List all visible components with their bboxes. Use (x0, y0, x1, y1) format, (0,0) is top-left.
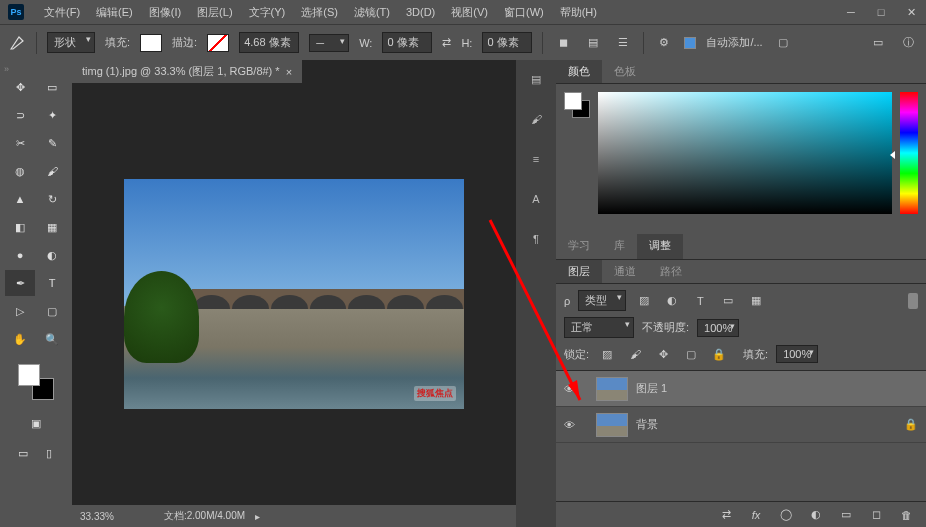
panel-fg-color[interactable] (564, 92, 582, 110)
learn-tab[interactable]: 学习 (556, 234, 602, 259)
move-tool[interactable]: ✥ (5, 74, 35, 100)
zoom-tool[interactable]: 🔍 (37, 326, 67, 352)
auto-add-checkbox[interactable] (684, 37, 696, 49)
menu-image[interactable]: 图像(I) (141, 0, 189, 24)
eyedropper-tool[interactable]: ✎ (37, 130, 67, 156)
rect-marquee-tool[interactable]: ▭ (37, 74, 67, 100)
layer-name[interactable]: 背景 (636, 417, 658, 432)
maximize-icon[interactable]: □ (874, 5, 888, 19)
shape-tool[interactable]: ▢ (37, 298, 67, 324)
lock-transparent-icon[interactable]: ▨ (597, 344, 617, 364)
menu-file[interactable]: 文件(F) (36, 0, 88, 24)
layer-item[interactable]: 👁 图层 1 (556, 371, 926, 407)
tab-close-icon[interactable]: × (286, 66, 292, 78)
adjustments-tab[interactable]: 调整 (637, 234, 683, 259)
layer-thumbnail[interactable] (596, 413, 628, 437)
menu-text[interactable]: 文字(Y) (241, 0, 294, 24)
lock-image-icon[interactable]: 🖌 (625, 344, 645, 364)
pen-tool-icon[interactable] (8, 34, 26, 52)
hue-slider[interactable] (900, 92, 918, 214)
paragraph-panel-icon[interactable]: ¶ (525, 228, 547, 250)
dodge-tool[interactable]: ◐ (37, 242, 67, 268)
blur-tool[interactable]: ● (5, 242, 35, 268)
fill-swatch[interactable] (140, 34, 162, 52)
brush-panel-icon[interactable]: 🖌 (525, 108, 547, 130)
lock-position-icon[interactable]: ✥ (653, 344, 673, 364)
mask-icon[interactable]: ◯ (776, 505, 796, 525)
menu-filter[interactable]: 滤镜(T) (346, 0, 398, 24)
menu-layer[interactable]: 图层(L) (189, 0, 240, 24)
stroke-swatch[interactable] (207, 34, 229, 52)
character-panel-icon[interactable]: A (525, 188, 547, 210)
new-layer-icon[interactable]: ◻ (866, 505, 886, 525)
width-input[interactable]: 0 像素 (382, 32, 432, 53)
group-icon[interactable]: ▭ (836, 505, 856, 525)
layer-filter-dropdown[interactable]: 类型 (578, 290, 626, 311)
blend-mode-dropdown[interactable]: 正常 (564, 317, 634, 338)
text-tool[interactable]: T (37, 270, 67, 296)
shape-mode-dropdown[interactable]: 形状 (47, 32, 95, 53)
menu-select[interactable]: 选择(S) (293, 0, 346, 24)
lock-all-icon[interactable]: 🔒 (709, 344, 729, 364)
screen-mode2-icon[interactable]: ▯ (38, 440, 60, 466)
paths-tab[interactable]: 路径 (648, 260, 694, 283)
brush-preset-icon[interactable]: ≡ (525, 148, 547, 170)
link-wh-icon[interactable]: ⇄ (442, 36, 451, 49)
menu-help[interactable]: 帮助(H) (552, 0, 605, 24)
gear-icon[interactable]: ⚙ (654, 33, 674, 53)
menu-window[interactable]: 窗口(W) (496, 0, 552, 24)
zoom-value[interactable]: 33.33% (80, 511, 114, 522)
close-icon[interactable]: ✕ (904, 5, 918, 19)
menu-edit[interactable]: 编辑(E) (88, 0, 141, 24)
library-tab[interactable]: 库 (602, 234, 637, 259)
color-swatches[interactable] (18, 364, 54, 400)
layer-item[interactable]: 👁 背景 🔒 (556, 407, 926, 443)
path-align-icon[interactable]: ▤ (583, 33, 603, 53)
magic-wand-tool[interactable]: ✦ (37, 102, 67, 128)
workspace-icon[interactable]: ▭ (868, 33, 888, 53)
stroke-width-input[interactable]: 4.68 像素 (239, 32, 299, 53)
swatches-tab[interactable]: 色板 (602, 60, 648, 83)
filter-image-icon[interactable]: ▨ (634, 291, 654, 311)
lasso-tool[interactable]: ⊃ (5, 102, 35, 128)
layer-name[interactable]: 图层 1 (636, 381, 667, 396)
hand-tool[interactable]: ✋ (5, 326, 35, 352)
path-combine-icon[interactable]: ◼ (553, 33, 573, 53)
edge-align-icon[interactable]: ▢ (773, 33, 793, 53)
search-icon[interactable]: ⓘ (898, 33, 918, 53)
color-field[interactable] (598, 92, 892, 214)
foreground-color[interactable] (18, 364, 40, 386)
path-select-tool[interactable]: ▷ (5, 298, 35, 324)
lock-artboard-icon[interactable]: ▢ (681, 344, 701, 364)
filter-shape-icon[interactable]: ▭ (718, 291, 738, 311)
fx-icon[interactable]: fx (746, 505, 766, 525)
minimize-icon[interactable]: ─ (844, 5, 858, 19)
crop-tool[interactable]: ✂ (5, 130, 35, 156)
delete-layer-icon[interactable]: 🗑 (896, 505, 916, 525)
healing-tool[interactable]: ◍ (5, 158, 35, 184)
history-panel-icon[interactable]: ▤ (525, 68, 547, 90)
stroke-style-dropdown[interactable]: ─ (309, 34, 349, 52)
visibility-icon[interactable]: 👁 (564, 419, 578, 431)
document-tab[interactable]: timg (1).jpg @ 33.3% (图层 1, RGB/8#) * × (72, 60, 302, 83)
filter-smart-icon[interactable]: ▦ (746, 291, 766, 311)
opacity-input[interactable]: 100% (697, 319, 739, 337)
history-brush-tool[interactable]: ↻ (37, 186, 67, 212)
layer-thumbnail[interactable] (596, 377, 628, 401)
eraser-tool[interactable]: ◧ (5, 214, 35, 240)
pen-tool[interactable]: ✒ (5, 270, 35, 296)
color-tab[interactable]: 颜色 (556, 60, 602, 83)
stamp-tool[interactable]: ▲ (5, 186, 35, 212)
brush-tool[interactable]: 🖌 (37, 158, 67, 184)
visibility-icon[interactable]: 👁 (564, 383, 578, 395)
filter-adjustment-icon[interactable]: ◐ (662, 291, 682, 311)
height-input[interactable]: 0 像素 (482, 32, 532, 53)
channels-tab[interactable]: 通道 (602, 260, 648, 283)
link-layers-icon[interactable]: ⇄ (716, 505, 736, 525)
menu-3d[interactable]: 3D(D) (398, 0, 443, 24)
layers-tab[interactable]: 图层 (556, 260, 602, 283)
filter-toggle[interactable] (908, 293, 918, 309)
gradient-tool[interactable]: ▦ (37, 214, 67, 240)
path-arrange-icon[interactable]: ☰ (613, 33, 633, 53)
screen-mode-icon[interactable]: ▭ (12, 440, 34, 466)
